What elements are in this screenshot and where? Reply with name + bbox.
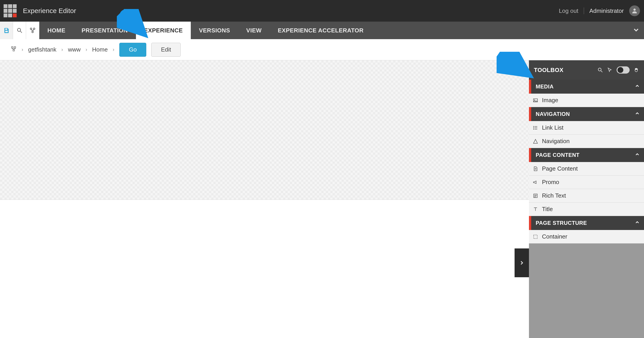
- save-button[interactable]: [0, 22, 13, 39]
- svg-point-16: [534, 126, 534, 127]
- svg-line-10: [601, 71, 602, 72]
- user-avatar-icon[interactable]: [629, 6, 640, 16]
- editor-workspace: TOOLBOX MEDIA Image NAVIGATION: [0, 60, 644, 338]
- topbar-separator: [584, 8, 584, 14]
- container-icon: [532, 234, 538, 239]
- toolbox-section-page-structure[interactable]: PAGE STRUCTURE: [529, 216, 644, 230]
- toolbox-item-label: Link List: [542, 124, 563, 131]
- toolbox-title: TOOLBOX: [534, 67, 564, 74]
- toolbox-item-label: Title: [542, 206, 553, 213]
- toolbox-item-image[interactable]: Image: [529, 94, 644, 107]
- tab-view[interactable]: VIEW: [238, 22, 270, 39]
- svg-rect-7: [14, 47, 16, 48]
- svg-point-0: [634, 9, 636, 11]
- toolbox-section-label: MEDIA: [536, 83, 554, 90]
- toolbox-item-label: Image: [542, 97, 558, 104]
- chevron-up-icon: [634, 152, 640, 158]
- tab-experience[interactable]: EXPERIENCE: [136, 22, 191, 39]
- svg-point-18: [534, 129, 534, 129]
- top-bar: Experience Editor Log out Administrator: [0, 0, 644, 22]
- chevron-up-icon: [634, 111, 640, 117]
- tab-experience-accelerator[interactable]: EXPERIENCE ACCELERATOR: [270, 22, 372, 39]
- svg-rect-8: [13, 50, 14, 51]
- toolbox-search-icon[interactable]: [597, 67, 603, 73]
- toolbox-item-title[interactable]: Title: [529, 203, 644, 216]
- breadcrumb-item[interactable]: www: [68, 46, 80, 53]
- toolbox-header: TOOLBOX: [529, 60, 644, 80]
- tab-presentation[interactable]: PRESENTATION: [74, 22, 136, 39]
- current-user-label: Administrator: [590, 8, 624, 15]
- search-button[interactable]: [13, 22, 26, 39]
- page-icon: [532, 166, 538, 172]
- chevron-up-icon: [634, 220, 640, 226]
- logout-link[interactable]: Log out: [559, 8, 578, 15]
- toolbox-grab-icon[interactable]: [634, 67, 639, 73]
- toolbox-item-link-list[interactable]: Link List: [529, 121, 644, 134]
- app-logo-icon: [4, 4, 17, 17]
- toolbox-section-label: PAGE STRUCTURE: [536, 220, 587, 226]
- image-icon: [532, 98, 538, 103]
- toolbox-section-media[interactable]: MEDIA: [529, 80, 644, 94]
- megaphone-icon: [532, 180, 538, 185]
- toolbox-section-label: PAGE CONTENT: [536, 152, 580, 158]
- breadcrumb-item[interactable]: getfishtank: [28, 46, 56, 53]
- toolbox-section-label: NAVIGATION: [536, 111, 570, 117]
- breadcrumb-item[interactable]: Home: [92, 46, 108, 53]
- tab-versions[interactable]: VERSIONS: [191, 22, 238, 39]
- svg-point-17: [534, 127, 534, 128]
- toolbox-item-page-content[interactable]: Page Content: [529, 162, 644, 176]
- svg-rect-25: [534, 235, 537, 239]
- svg-point-5: [32, 31, 34, 33]
- chevron-right-icon: ›: [22, 47, 23, 53]
- svg-point-1: [17, 28, 20, 32]
- chevron-right-icon: ›: [86, 47, 87, 53]
- toolbox-item-label: Promo: [542, 179, 559, 186]
- toolbox-section-navigation[interactable]: NAVIGATION: [529, 107, 644, 121]
- chevron-right-icon: ›: [112, 47, 114, 53]
- toolbox-item-container[interactable]: Container: [529, 230, 644, 244]
- breadcrumb-bar: › getfishtank › www › Home › Go Edit: [0, 39, 644, 60]
- content-tree-icon[interactable]: [11, 46, 17, 53]
- toolbox-panel: TOOLBOX MEDIA Image NAVIGATION: [529, 60, 644, 338]
- edit-button[interactable]: Edit: [151, 43, 181, 57]
- svg-rect-6: [12, 47, 13, 48]
- toolbox-mode-toggle[interactable]: [616, 66, 630, 74]
- toolbox-item-label: Container: [542, 233, 568, 240]
- chevron-right-icon: ›: [61, 47, 63, 53]
- richtext-icon: [532, 193, 538, 199]
- toolbox-cursor-icon[interactable]: [607, 67, 612, 73]
- svg-point-9: [598, 68, 601, 71]
- toolbox-item-promo[interactable]: Promo: [529, 176, 644, 189]
- ribbon-collapse-icon[interactable]: [632, 26, 640, 35]
- toolbox-item-rich-text[interactable]: Rich Text: [529, 189, 644, 203]
- go-button[interactable]: Go: [119, 43, 146, 57]
- toolbox-item-label: Page Content: [542, 165, 578, 172]
- title-icon: [532, 207, 538, 212]
- svg-line-2: [20, 31, 22, 33]
- chevron-up-icon: [634, 83, 640, 90]
- toolbox-item-navigation[interactable]: Navigation: [529, 134, 644, 148]
- ribbon-bar: HOME PRESENTATION EXPERIENCE VERSIONS VI…: [0, 22, 644, 39]
- toolbox-item-label: Rich Text: [542, 192, 566, 199]
- toolbox-section-page-content[interactable]: PAGE CONTENT: [529, 148, 644, 162]
- toolbox-collapse-handle[interactable]: [514, 248, 529, 277]
- list-icon: [532, 125, 538, 130]
- app-title: Experience Editor: [23, 7, 76, 15]
- svg-point-12: [534, 99, 535, 100]
- workflow-button[interactable]: [26, 22, 39, 39]
- tab-home[interactable]: HOME: [39, 22, 74, 39]
- nav-icon: [532, 139, 538, 144]
- toolbox-item-label: Navigation: [542, 138, 570, 145]
